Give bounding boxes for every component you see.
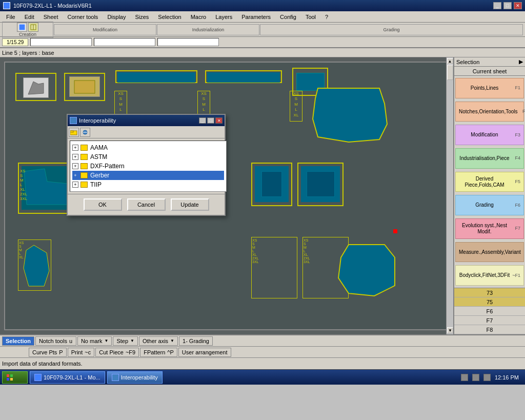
svg-rect-8	[7, 374, 9, 377]
taskbar-app1[interactable]: 10F079-2XL-L1 - Mo...	[30, 371, 105, 384]
expand-dxf[interactable]: +	[72, 163, 78, 169]
svg-rect-0	[19, 24, 25, 30]
panel-btn-f7[interactable]: Evolution syst.,Nest Modif. F7	[455, 218, 524, 239]
folder-icon-gerber	[80, 172, 88, 178]
panel-btn-f3[interactable]: Modification F3	[455, 125, 524, 145]
taskbar-time-area: 12:16 PM	[457, 374, 523, 381]
menu-help[interactable]: ?	[321, 13, 332, 21]
coord-input-3[interactable]	[157, 38, 219, 46]
menu-config[interactable]: Config	[276, 13, 300, 21]
tree-item-gerber[interactable]: + Gerber	[72, 171, 224, 180]
tree-item-dxf[interactable]: + DXF-Pattern	[72, 162, 224, 171]
dialog-title-bar[interactable]: Interoperability _ □ ✕	[68, 115, 225, 126]
dialog-cancel-button[interactable]: Cancel	[127, 198, 166, 211]
grading-item[interactable]: 1- Grading	[179, 336, 213, 346]
panel-btn-f4[interactable]: Industrialisation,Piece F4	[455, 148, 524, 169]
menu-tool[interactable]: Tool	[301, 13, 320, 21]
menu-bar: File Edit Sheet Corner tools Display Siz…	[0, 11, 525, 23]
panel-btn-f5[interactable]: Derived Piece,Folds,CAM F5	[455, 172, 524, 192]
expand-aama[interactable]: +	[72, 145, 78, 151]
tree-pane[interactable]: + AAMA + ASTM + DXF-Pattern	[70, 141, 227, 192]
panel-btn-f2[interactable]: Notches,Orientation,Tools F2	[455, 102, 524, 122]
dialog-overlay: Interoperability _ □ ✕	[5, 63, 448, 329]
panel-btn-f6[interactable]: Grading F6	[455, 195, 524, 215]
coord-input-2[interactable]	[94, 38, 155, 46]
cut-piece-item[interactable]: Cut Piece ~F9	[95, 348, 139, 357]
interoperability-dialog: Interoperability _ □ ✕	[67, 114, 226, 216]
menu-macro[interactable]: Macro	[187, 13, 211, 21]
canvas-area[interactable]: XSSMLXL XSSMLXL XSSMLXL	[0, 57, 453, 334]
dialog-ok-button[interactable]: OK	[84, 198, 122, 211]
menu-file[interactable]: File	[2, 13, 19, 21]
creation-label: Creation	[19, 32, 36, 37]
notch-tools-item[interactable]: Notch tools u	[35, 336, 76, 346]
sheet-tab[interactable]: 1/15.29	[2, 38, 28, 46]
grading-label: Grading	[383, 27, 399, 32]
tree-item-aama[interactable]: + AAMA	[72, 143, 224, 152]
grade-75: 75	[454, 297, 525, 307]
taskbar-app2[interactable]: Interoperability	[107, 371, 163, 384]
right-panel-subheader: Current sheet	[454, 67, 525, 76]
dialog-tool-2[interactable]	[80, 128, 90, 137]
maximize-button[interactable]: □	[503, 2, 512, 9]
toolbar-icon-1[interactable]	[17, 23, 27, 32]
dialog-title-controls[interactable]: _ □ ✕	[199, 117, 223, 124]
selection-button[interactable]: Selection	[2, 336, 34, 346]
dialog-close[interactable]: ✕	[215, 117, 223, 124]
bottom-area: Selection Notch tools u No mark ▼ Step ▼…	[0, 334, 525, 369]
panel-header-text: Selection	[456, 59, 479, 65]
menu-sheet[interactable]: Sheet	[39, 13, 63, 21]
user-arrangement-item[interactable]: User arrangement	[178, 348, 231, 357]
step-item[interactable]: Step ▼	[113, 336, 138, 346]
menu-display[interactable]: Display	[103, 13, 130, 21]
tree-item-tiip[interactable]: + TIIP	[72, 180, 224, 189]
menu-selection[interactable]: Selection	[154, 13, 185, 21]
panel-btn-f1[interactable]: Points,Lines F1	[455, 78, 524, 98]
status-line: Line 5 ; layers : base	[0, 48, 525, 57]
clock-display: 12:16 PM	[495, 374, 519, 381]
curve-pts-item[interactable]: Curve Pts P	[29, 348, 67, 357]
menu-corner-tools[interactable]: Corner tools	[63, 13, 102, 21]
menu-layers[interactable]: Layers	[211, 13, 236, 21]
taskbar: 10F079-2XL-L1 - Mo... Interoperability 1…	[0, 369, 525, 385]
sys-tray-icon-2	[472, 374, 479, 381]
folder-icon-dxf	[80, 163, 88, 169]
close-button[interactable]: ✕	[514, 2, 522, 9]
panel-btn-f1b[interactable]: Bodyclick,FitNet,3DFit ~F1	[455, 265, 524, 286]
svg-rect-11	[10, 378, 13, 381]
panel-btn-f8[interactable]: Measure.,Assembly,Variant F8	[455, 242, 524, 263]
dialog-tool-folder[interactable]	[69, 128, 79, 137]
menu-sizes[interactable]: Sizes	[131, 13, 153, 21]
dropdown-arrow-3[interactable]: ▼	[170, 338, 174, 343]
fpattern-item[interactable]: FPattern ^P	[140, 348, 177, 357]
coord-input-1[interactable]	[30, 38, 92, 46]
start-button[interactable]	[2, 371, 28, 384]
menu-parameters[interactable]: Parameters	[237, 13, 275, 21]
minimize-button[interactable]: _	[493, 2, 501, 9]
menu-edit[interactable]: Edit	[21, 13, 38, 21]
dialog-toolbar	[68, 126, 225, 138]
toolbar-icon-2[interactable]	[28, 23, 38, 32]
folder-icon-aama	[80, 145, 88, 151]
grade-f8: F8	[454, 325, 525, 334]
right-panel: Selection ▶ Current sheet Points,Lines F…	[453, 57, 525, 334]
expand-astm[interactable]: +	[72, 154, 78, 160]
title-bar-controls[interactable]: _ □ ✕	[493, 2, 522, 9]
dropdown-arrow-1[interactable]: ▼	[104, 338, 108, 343]
dialog-update-button[interactable]: Update	[171, 198, 209, 211]
print-item[interactable]: Print ~c	[68, 348, 95, 357]
dialog-buttons: OK Cancel Update	[68, 194, 225, 215]
no-mark-item[interactable]: No mark ▼	[77, 336, 112, 346]
expand-gerber[interactable]: +	[72, 172, 78, 178]
dropdown-arrow-2[interactable]: ▼	[130, 338, 134, 343]
expand-tiip[interactable]: +	[72, 182, 78, 188]
windows-icon	[7, 374, 13, 381]
modification-label: Modification	[93, 27, 117, 32]
folder-icon-astm	[80, 154, 88, 160]
status-bar: Import data of standard formats.	[0, 358, 525, 369]
taskbar-icon-2	[112, 374, 119, 381]
dialog-minimize[interactable]: _	[199, 117, 206, 124]
dialog-maximize[interactable]: □	[207, 117, 214, 124]
other-axis-item[interactable]: Other axis ▼	[139, 336, 178, 346]
tree-item-astm[interactable]: + ASTM	[72, 152, 224, 162]
